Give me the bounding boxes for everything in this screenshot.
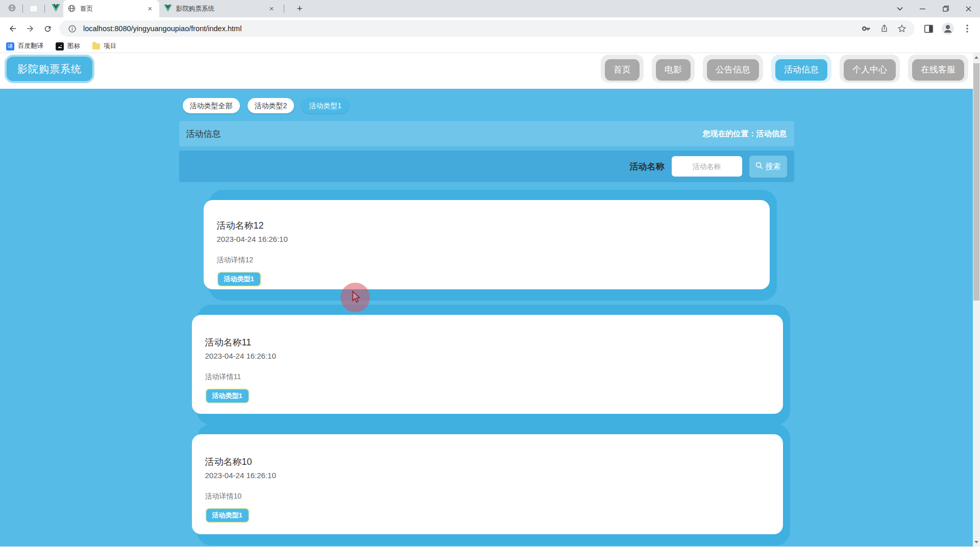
close-icon[interactable]: ×	[267, 4, 276, 13]
nav-tab-profile[interactable]: 个人中心	[840, 55, 900, 83]
restore-button[interactable]	[934, 0, 957, 17]
extension-icon	[30, 5, 38, 12]
url-text[interactable]: localhost:8080/yingyuangoupiao/front/ind…	[83, 24, 855, 33]
browser-toolbar: localhost:8080/yingyuangoupiao/front/ind…	[0, 17, 980, 40]
search-icon	[755, 162, 763, 171]
vue-icon	[164, 5, 172, 13]
vertical-scrollbar[interactable]	[973, 53, 980, 546]
info-icon[interactable]	[65, 22, 79, 35]
browser-tab-home[interactable]: 首页 ×	[63, 0, 159, 17]
forward-icon[interactable]	[21, 20, 39, 37]
kebab-menu-icon[interactable]	[959, 20, 976, 37]
pinned-tab-vue[interactable]	[48, 2, 63, 16]
activity-card[interactable]: 活动名称11 2023-04-24 16:26:10 活动详情11 活动类型1	[192, 315, 783, 414]
activity-type-tag: 活动类型1	[205, 508, 250, 523]
bookmark-baidu-translate[interactable]: 译 百度翻译	[6, 42, 43, 51]
activity-datetime: 2023-04-24 16:26:10	[217, 235, 755, 243]
activity-datetime: 2023-04-24 16:26:10	[205, 471, 769, 480]
activity-type-filters: 活动类型全部 活动类型2 活动类型1	[179, 89, 794, 113]
search-button-label: 搜索	[766, 162, 781, 171]
browser-tab-cinema-system[interactable]: 影院购票系统 ×	[159, 0, 281, 17]
activity-card[interactable]: 活动名称12 2023-04-24 16:26:10 活动详情12 活动类型1	[204, 200, 770, 289]
filter-chip-all[interactable]: 活动类型全部	[183, 98, 240, 113]
back-icon[interactable]	[4, 20, 21, 37]
image-icon	[56, 42, 64, 51]
site-logo[interactable]: 影院购票系统	[7, 57, 92, 81]
search-label: 活动名称	[630, 161, 665, 172]
activity-title: 活动名称11	[205, 336, 769, 349]
close-window-button[interactable]	[957, 0, 980, 17]
scroll-up-arrow-icon[interactable]	[974, 56, 978, 59]
bookmark-icons[interactable]: 图标	[56, 42, 80, 51]
nav-tab-support[interactable]: 在线客服	[908, 55, 968, 83]
activities-page: 活动类型全部 活动类型2 活动类型1 活动信息 您现在的位置：活动信息 活动名称…	[0, 89, 973, 546]
nav-tab-activities[interactable]: 活动信息	[771, 55, 831, 83]
url-bar[interactable]: localhost:8080/yingyuangoupiao/front/ind…	[59, 20, 915, 37]
scrollbar-thumb[interactable]	[973, 63, 979, 301]
filter-chip-type1[interactable]: 活动类型1	[302, 98, 349, 113]
logo-container: 影院购票系统	[5, 55, 94, 83]
site-header: 影院购票系统 首页 电影 公告信息 活动信息 个人中心 在线客服	[0, 53, 973, 89]
new-tab-button[interactable]: +	[292, 2, 307, 16]
translate-icon: 译	[6, 42, 14, 51]
close-icon[interactable]: ×	[145, 4, 155, 13]
scroll-down-arrow-icon[interactable]	[974, 541, 978, 543]
activity-title: 活动名称12	[217, 219, 755, 232]
bookmark-label: 项目	[104, 42, 116, 51]
tab-separator	[44, 5, 45, 13]
password-key-icon[interactable]	[860, 22, 873, 35]
main-nav: 首页 电影 公告信息 活动信息 个人中心 在线客服	[601, 55, 968, 83]
section-title-band: 活动信息 您现在的位置：活动信息	[179, 121, 794, 146]
nav-tab-home[interactable]: 首页	[601, 55, 644, 83]
tab-search-chevron-icon[interactable]	[888, 0, 911, 17]
side-panel-icon[interactable]	[920, 20, 937, 37]
activity-detail: 活动详情12	[217, 256, 755, 265]
vue-icon	[52, 4, 60, 14]
activity-type-tag: 活动类型1	[205, 388, 250, 404]
filter-chip-type2[interactable]: 活动类型2	[248, 98, 295, 113]
activity-detail: 活动详情10	[205, 492, 769, 501]
pinned-tab-extension[interactable]	[26, 2, 41, 16]
activity-card[interactable]: 活动名称10 2023-04-24 16:26:10 活动详情10 活动类型1	[192, 434, 783, 534]
reload-icon[interactable]	[39, 20, 56, 37]
breadcrumb: 您现在的位置：活动信息	[703, 129, 787, 139]
page-title: 活动信息	[186, 128, 221, 140]
bookmark-label: 图标	[67, 42, 80, 51]
globe-icon	[8, 4, 16, 14]
folder-icon	[92, 43, 100, 49]
tab-title: 影院购票系统	[176, 5, 267, 13]
search-button[interactable]: 搜索	[749, 156, 787, 178]
bookmark-project[interactable]: 项目	[92, 42, 116, 51]
globe-icon	[68, 5, 76, 13]
browser-tab-strip: 首页 × 影院购票系统 × +	[0, 0, 980, 17]
pinned-tab-globe[interactable]	[4, 2, 19, 16]
bookmarks-bar: 译 百度翻译 图标 项目	[0, 40, 980, 53]
minimize-button[interactable]	[911, 0, 934, 17]
bookmark-label: 百度翻译	[18, 42, 43, 51]
activity-datetime: 2023-04-24 16:26:10	[205, 352, 769, 360]
nav-tab-movies[interactable]: 电影	[652, 55, 695, 83]
share-icon[interactable]	[877, 22, 891, 35]
tab-separator	[284, 5, 284, 13]
page-viewport: 影院购票系统 首页 电影 公告信息 活动信息 个人中心 在线客服 活动类型全部 …	[0, 53, 980, 546]
activity-title: 活动名称10	[205, 456, 769, 468]
nav-tab-announcements[interactable]: 公告信息	[703, 55, 763, 83]
tab-title: 首页	[80, 5, 145, 13]
activity-type-tag: 活动类型1	[217, 271, 261, 287]
search-band: 活动名称 搜索	[179, 151, 794, 182]
search-input[interactable]	[672, 156, 742, 177]
bookmark-star-icon[interactable]	[895, 22, 909, 35]
activity-detail: 活动详情11	[205, 372, 769, 382]
tab-separator	[22, 5, 23, 13]
profile-avatar[interactable]	[939, 20, 957, 37]
